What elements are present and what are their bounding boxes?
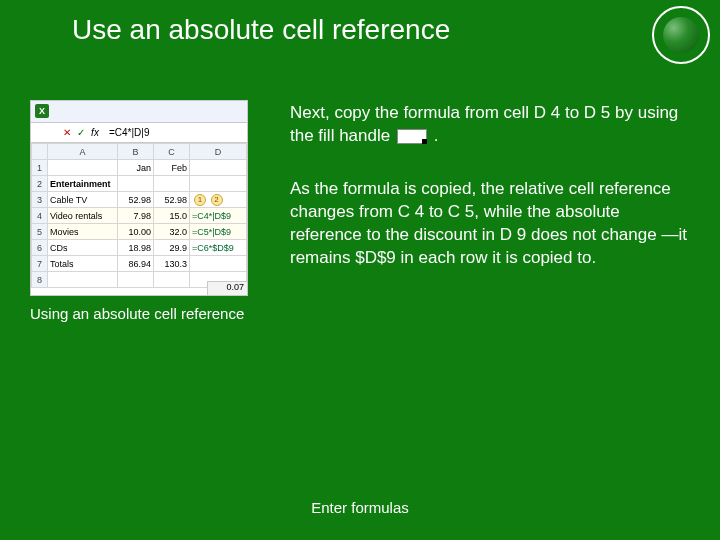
row-header: 2 <box>32 176 48 192</box>
table-row: 5 Movies 10.00 32.0 =C5*|D$9 <box>32 224 247 240</box>
enter-icon: ✓ <box>75 127 87 138</box>
row-header: 4 <box>32 208 48 224</box>
cell: 52.98 <box>154 192 190 208</box>
cell <box>190 160 247 176</box>
slide-title: Use an absolute cell reference <box>72 14 450 46</box>
status-value: 0.07 <box>207 281 247 295</box>
table-row: 1 Jan Feb <box>32 160 247 176</box>
cell: 29.9 <box>154 240 190 256</box>
cell: 86.94 <box>118 256 154 272</box>
globe-icon <box>663 17 699 53</box>
row-header: 5 <box>32 224 48 240</box>
formula-text: =C4*|D|9 <box>103 127 150 138</box>
spreadsheet-grid: A B C D 1 Jan Feb 2 Entertainment 3 Cabl… <box>31 143 247 288</box>
cell <box>154 272 190 288</box>
callout-badge: 2 <box>211 194 223 206</box>
cell <box>48 272 118 288</box>
slide-footer: Enter formulas <box>0 499 720 516</box>
excel-screenshot: X ✕ ✓ fx =C4*|D|9 A B C D 1 Jan Feb 2 En… <box>30 100 248 296</box>
cell <box>48 160 118 176</box>
cell: Feb <box>154 160 190 176</box>
cell: 130.3 <box>154 256 190 272</box>
corner-cell <box>32 144 48 160</box>
cell: Cable TV <box>48 192 118 208</box>
cell: Entertainment <box>48 176 118 192</box>
figure-caption: Using an absolute cell reference <box>30 304 248 324</box>
cell: 15.0 <box>154 208 190 224</box>
fill-handle-icon <box>397 129 427 144</box>
table-row: 7 Totals 86.94 130.3 <box>32 256 247 272</box>
table-row: 6 CDs 18.98 29.9 =C6*$D$9 <box>32 240 247 256</box>
table-row: 4 Video rentals 7.98 15.0 =C4*|D$9 <box>32 208 247 224</box>
fx-icon: fx <box>89 127 101 138</box>
cell: 7.98 <box>118 208 154 224</box>
para1-text-b: . <box>434 126 439 145</box>
cell: Totals <box>48 256 118 272</box>
cell: =C5*|D$9 <box>190 224 247 240</box>
cell: 18.98 <box>118 240 154 256</box>
excel-app-icon: X <box>35 104 49 118</box>
row-header: 3 <box>32 192 48 208</box>
cell: 10.00 <box>118 224 154 240</box>
row-header: 6 <box>32 240 48 256</box>
para1-text-a: Next, copy the formula from cell D 4 to … <box>290 103 678 145</box>
callout-badge: 1 <box>194 194 206 206</box>
formula-bar: ✕ ✓ fx =C4*|D|9 <box>31 123 247 143</box>
table-row: 3 Cable TV 52.98 52.98 1 2 <box>32 192 247 208</box>
cell <box>154 176 190 192</box>
excel-titlebar: X <box>31 101 247 123</box>
institute-logo <box>652 6 710 64</box>
cancel-icon: ✕ <box>61 127 73 138</box>
col-header: B <box>118 144 154 160</box>
cell: Movies <box>48 224 118 240</box>
cell: Video rentals <box>48 208 118 224</box>
cell: =C6*$D$9 <box>190 240 247 256</box>
cell: 52.98 <box>118 192 154 208</box>
cell: =C4*|D$9 <box>190 208 247 224</box>
col-header: C <box>154 144 190 160</box>
paragraph-2: As the formula is copied, the relative c… <box>290 178 690 270</box>
cell: CDs <box>48 240 118 256</box>
cell: Jan <box>118 160 154 176</box>
cell <box>190 176 247 192</box>
cell: 1 2 <box>190 192 247 208</box>
table-row: 2 Entertainment <box>32 176 247 192</box>
cell <box>118 176 154 192</box>
cell <box>118 272 154 288</box>
cell <box>190 256 247 272</box>
row-header: 7 <box>32 256 48 272</box>
col-header: A <box>48 144 118 160</box>
row-header: 1 <box>32 160 48 176</box>
paragraph-1: Next, copy the formula from cell D 4 to … <box>290 102 690 148</box>
col-header: D <box>190 144 247 160</box>
row-header: 8 <box>32 272 48 288</box>
cell: 32.0 <box>154 224 190 240</box>
column-header-row: A B C D <box>32 144 247 160</box>
